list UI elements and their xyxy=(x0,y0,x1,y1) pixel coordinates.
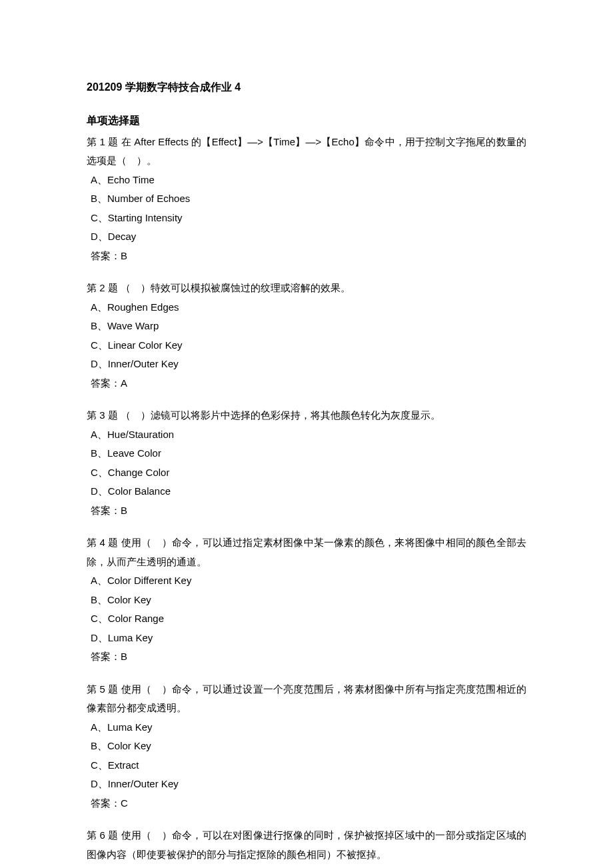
document-title: 201209 学期数字特技合成作业 4 xyxy=(87,77,526,97)
question-stem: 第 4 题 使用（ ）命令，可以通过指定素材图像中某一像素的颜色，来将图像中相同… xyxy=(87,533,526,571)
answer-value: B xyxy=(121,250,127,261)
question-option: B、Leave Color xyxy=(87,444,526,463)
question-block: 第 3 题 （ ）滤镜可以将影片中选择的色彩保持，将其他颜色转化为灰度显示。A、… xyxy=(87,406,526,520)
question-block: 第 6 题 使用（ ）命令，可以在对图像进行抠像的同时，保护被抠掉区域中的一部分… xyxy=(87,826,526,868)
question-option: A、Echo Time xyxy=(87,171,526,190)
answer-label: 答案： xyxy=(91,377,121,389)
question-block: 第 5 题 使用（ ）命令，可以通过设置一个亮度范围后，将素材图像中所有与指定亮… xyxy=(87,680,526,813)
question-option: A、Luma Key xyxy=(87,718,526,737)
question-option: C、Linear Color Key xyxy=(87,336,526,355)
section-header: 单项选择题 xyxy=(87,111,526,131)
question-option: D、Inner/Outer Key xyxy=(87,355,526,374)
answer-label: 答案： xyxy=(91,651,121,662)
question-stem: 第 2 题 （ ）特效可以模拟被腐蚀过的纹理或溶解的效果。 xyxy=(87,279,526,298)
question-block: 第 1 题 在 After Effects 的【Effect】—>【Time】—… xyxy=(87,133,526,266)
question-option: D、Decay xyxy=(87,227,526,247)
question-option: D、Color Balance xyxy=(87,482,526,501)
question-stem: 第 6 题 使用（ ）命令，可以在对图像进行抠像的同时，保护被抠掉区域中的一部分… xyxy=(87,826,526,864)
answer-value: C xyxy=(121,797,128,809)
question-option: A、Color Different Key xyxy=(87,571,526,591)
answer-value: A xyxy=(121,377,127,389)
question-option: C、Starting Intensity xyxy=(87,209,526,228)
answer-label: 答案： xyxy=(91,797,121,809)
page-container: 201209 学期数字特技合成作业 4 单项选择题 第 1 题 在 After … xyxy=(0,0,613,868)
question-option: A、Different Matte xyxy=(87,864,526,868)
question-block: 第 4 题 使用（ ）命令，可以通过指定素材图像中某一像素的颜色，来将图像中相同… xyxy=(87,533,526,667)
question-option: A、Roughen Edges xyxy=(87,298,526,317)
question-answer: 答案：B xyxy=(87,247,526,266)
question-answer: 答案：B xyxy=(87,501,526,521)
answer-label: 答案： xyxy=(91,250,121,261)
question-option: B、Color Key xyxy=(87,591,526,610)
question-answer: 答案：B xyxy=(87,647,526,667)
answer-value: B xyxy=(121,505,127,516)
question-option: D、Inner/Outer Key xyxy=(87,775,526,794)
question-option: B、Wave Warp xyxy=(87,317,526,336)
questions-container: 第 1 题 在 After Effects 的【Effect】—>【Time】—… xyxy=(87,133,526,868)
question-stem: 第 5 题 使用（ ）命令，可以通过设置一个亮度范围后，将素材图像中所有与指定亮… xyxy=(87,680,526,718)
question-option: C、Color Range xyxy=(87,609,526,629)
question-block: 第 2 题 （ ）特效可以模拟被腐蚀过的纹理或溶解的效果。A、Roughen E… xyxy=(87,279,526,393)
question-answer: 答案：C xyxy=(87,794,526,813)
answer-label: 答案： xyxy=(91,505,121,516)
question-answer: 答案：A xyxy=(87,374,526,393)
question-option: C、Extract xyxy=(87,756,526,775)
question-stem: 第 3 题 （ ）滤镜可以将影片中选择的色彩保持，将其他颜色转化为灰度显示。 xyxy=(87,406,526,425)
question-option: D、Luma Key xyxy=(87,629,526,648)
question-option: A、Hue/Stauration xyxy=(87,425,526,445)
question-option: B、Color Key xyxy=(87,737,526,756)
question-option: B、Number of Echoes xyxy=(87,189,526,209)
answer-value: B xyxy=(121,651,127,662)
question-stem: 第 1 题 在 After Effects 的【Effect】—>【Time】—… xyxy=(87,133,526,171)
question-option: C、Change Color xyxy=(87,463,526,483)
